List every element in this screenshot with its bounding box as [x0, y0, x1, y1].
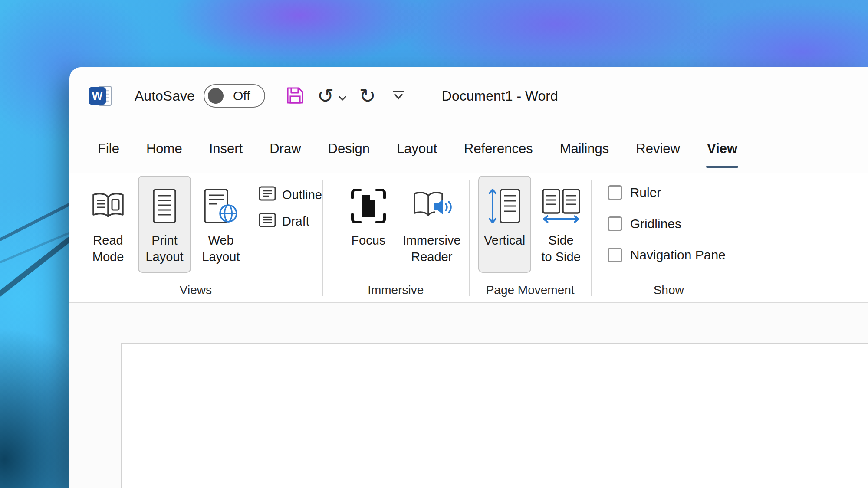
views-group-label: Views — [69, 283, 322, 302]
web-layout-label: Web Layout — [202, 232, 240, 265]
tab-review[interactable]: Review — [636, 124, 680, 173]
web-layout-icon — [204, 180, 238, 232]
gridlines-checkbox[interactable] — [608, 216, 622, 231]
redo-button[interactable]: ↻ — [359, 86, 376, 106]
vertical-icon — [487, 180, 522, 232]
gridlines-checkbox-row[interactable]: Gridlines — [608, 216, 726, 231]
outline-button[interactable]: Outline — [259, 186, 322, 204]
ruler-checkbox[interactable] — [608, 185, 622, 200]
navigation-pane-label: Navigation Pane — [630, 248, 726, 262]
ruler-label: Ruler — [630, 185, 661, 200]
customize-qat-icon — [391, 90, 405, 102]
focus-label: Focus — [351, 232, 385, 249]
immersive-group-label: Immersive — [323, 283, 469, 302]
read-mode-button[interactable]: Read Mode — [82, 176, 135, 273]
undo-dropdown-icon[interactable] — [338, 96, 347, 102]
autosave-toggle[interactable]: Off — [204, 84, 265, 108]
draft-label: Draft — [282, 214, 309, 229]
print-layout-button[interactable]: Print Layout — [138, 176, 191, 273]
undo-button[interactable]: ↺ — [317, 86, 347, 106]
document-page[interactable] — [121, 343, 868, 488]
document-area — [69, 303, 868, 488]
word-app-icon: W — [89, 85, 112, 106]
window-title: Document1 - Word — [442, 88, 558, 104]
ribbon-group-views: Read Mode Print Layout — [69, 173, 322, 302]
navigation-pane-checkbox-row[interactable]: Navigation Pane — [608, 248, 726, 262]
vertical-label: Vertical — [484, 232, 525, 249]
immersive-reader-label: Immersive Reader — [403, 232, 461, 265]
autosave-toggle-knob — [208, 88, 224, 104]
tab-draw[interactable]: Draw — [270, 124, 301, 173]
titlebar: W AutoSave Off ↺ — [69, 67, 868, 124]
draft-icon — [259, 213, 276, 230]
draft-button[interactable]: Draft — [259, 213, 322, 230]
outline-label: Outline — [282, 188, 322, 202]
ribbon-group-show: Ruler Gridlines Navigation Pane Show — [592, 173, 746, 302]
save-icon — [285, 85, 305, 107]
tab-view[interactable]: View — [707, 124, 737, 173]
outline-icon — [259, 186, 276, 204]
web-layout-button[interactable]: Web Layout — [194, 176, 247, 273]
immersive-reader-button[interactable]: Immersive Reader — [398, 176, 465, 273]
focus-button[interactable]: Focus — [342, 176, 395, 273]
vertical-button[interactable]: Vertical — [478, 176, 531, 273]
print-layout-label: Print Layout — [145, 232, 183, 265]
tab-insert[interactable]: Insert — [209, 124, 243, 173]
svg-text:W: W — [92, 89, 103, 102]
ribbon-group-immersive: Focus Immersive Reader — [323, 173, 469, 302]
tab-mailings[interactable]: Mailings — [560, 124, 609, 173]
side-to-side-label: Side to Side — [541, 232, 580, 265]
gridlines-label: Gridlines — [630, 216, 681, 231]
save-button[interactable] — [285, 85, 305, 107]
autosave-state-label: Off — [233, 88, 254, 103]
word-window: W AutoSave Off ↺ — [69, 67, 868, 488]
ribbon: Read Mode Print Layout — [69, 173, 868, 303]
read-mode-icon — [89, 180, 127, 232]
read-mode-label: Read Mode — [92, 232, 124, 265]
show-group-label: Show — [592, 283, 746, 302]
focus-icon — [350, 180, 387, 232]
tab-design[interactable]: Design — [328, 124, 370, 173]
side-to-side-icon — [540, 180, 582, 232]
print-layout-icon — [152, 180, 177, 232]
side-to-side-button[interactable]: Side to Side — [535, 176, 588, 273]
undo-icon: ↺ — [317, 86, 334, 106]
redo-icon: ↻ — [359, 86, 376, 106]
ruler-checkbox-row[interactable]: Ruler — [608, 185, 726, 200]
ribbon-group-page-movement: Vertical Side to S — [470, 173, 591, 302]
customize-quick-access-toolbar-button[interactable] — [391, 90, 405, 102]
navigation-pane-checkbox[interactable] — [608, 248, 622, 262]
ribbon-tab-bar: File Home Insert Draw Design Layout Refe… — [69, 124, 868, 173]
tab-home[interactable]: Home — [146, 124, 182, 173]
tab-references[interactable]: References — [464, 124, 533, 173]
autosave-label: AutoSave — [135, 88, 195, 104]
page-movement-group-label: Page Movement — [470, 283, 591, 302]
tab-layout[interactable]: Layout — [397, 124, 437, 173]
tab-file[interactable]: File — [98, 124, 119, 173]
immersive-reader-icon — [411, 180, 453, 232]
group-separator — [746, 180, 746, 296]
